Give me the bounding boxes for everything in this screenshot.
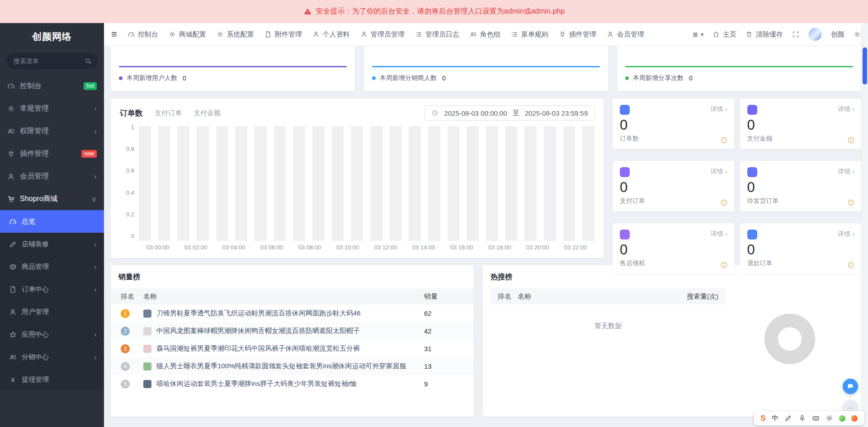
legend-value: 0 xyxy=(442,75,446,82)
ime-language-toggle[interactable]: 中 xyxy=(772,414,778,422)
product-name-link[interactable]: 森马国潮短裤男夏季潮印花大码中国风裤子休闲嘻哈潮流宽松五分裤 xyxy=(156,344,360,353)
ime-keyboard-icon[interactable] xyxy=(812,414,820,422)
nav-item-attachments[interactable]: 附件管理 xyxy=(264,30,302,39)
user-settings-button[interactable] xyxy=(854,31,861,38)
home-label: 主页 xyxy=(723,30,736,39)
username-label[interactable]: 创颜 xyxy=(831,30,844,39)
hot-search-chart-area xyxy=(726,288,854,417)
product-name-link[interactable]: 嘻哈休闲运动套装男士夏季潮牌ins胖子大码青少年男装短裤短袖t恤 xyxy=(156,380,357,388)
sidebar-subitem-users[interactable]: 用户管理 xyxy=(0,300,104,323)
nav-item-admin-logs[interactable]: 管理员日志 xyxy=(415,30,459,39)
aftersale-icon xyxy=(620,230,630,239)
rank-medal-icon: 2 xyxy=(121,327,130,336)
page-scrollbar-thumb[interactable] xyxy=(863,47,867,84)
ime-logo-icon[interactable]: S xyxy=(761,414,766,423)
sidebar-item-members[interactable]: 会员管理 ‹ xyxy=(0,165,104,188)
info-icon[interactable] xyxy=(720,261,728,269)
admin-user-icon xyxy=(360,31,368,38)
nav-item-console[interactable]: 控制台 xyxy=(127,30,158,39)
product-name-link[interactable]: 中国风龙图案棒球帽男潮牌休闲鸭舌帽女潮流百搭防晒遮阳太阳帽子 xyxy=(156,327,360,335)
fullscreen-button[interactable] xyxy=(792,31,799,38)
user-avatar[interactable] xyxy=(808,28,822,41)
sidebar-subitem-goods[interactable]: 商品管理 ‹ xyxy=(0,255,104,278)
info-icon[interactable] xyxy=(720,136,728,144)
chat-assistant-button[interactable] xyxy=(843,379,858,394)
chart-bar xyxy=(197,126,209,241)
hot-search-card: 热搜榜 排名 名称 搜索量(次) 暂无数据 xyxy=(483,265,861,417)
sidebar-item-label: 应用中心 xyxy=(22,330,89,339)
pen-icon xyxy=(9,240,17,248)
ime-settings-icon[interactable] xyxy=(826,414,833,422)
nav-item-system-config[interactable]: 系统配置 xyxy=(217,30,254,39)
product-name-link[interactable]: 猫人男士睡衣男夏季100%纯棉薄款圆领套头短袖套装男ins潮休闲运动可外穿家居服 xyxy=(156,362,406,371)
chevron-left-icon: ‹ xyxy=(94,353,97,361)
sidebar-subitem-decoration[interactable]: 店铺装修 ‹ xyxy=(0,233,104,255)
sales-value: 62 xyxy=(424,310,474,317)
sidebar-item-console[interactable]: 控制台 hot xyxy=(0,75,104,97)
file-icon xyxy=(9,286,17,293)
ime-mic-icon[interactable] xyxy=(798,414,806,422)
product-name-link[interactable]: 刀锋男鞋夏季透气防臭飞织运动鞋男潮流百搭休闲网面跑步鞋大码46 xyxy=(156,309,361,318)
gauge-icon xyxy=(7,82,15,90)
menu-search-input[interactable] xyxy=(6,53,98,69)
nav-item-menu-rules[interactable]: 菜单规则 xyxy=(511,30,548,39)
stat-card-order-count: 详情› 0 订单数 xyxy=(613,99,734,149)
nav-item-members[interactable]: 会员管理 xyxy=(607,30,644,39)
sidebar-subitem-apps[interactable]: 应用中心 ‹ xyxy=(0,323,104,346)
sidebar-item-addons[interactable]: 插件管理 new xyxy=(0,142,104,165)
nav-item-plugins[interactable]: 插件管理 xyxy=(559,30,596,39)
ime-emoji-icon[interactable] xyxy=(839,415,845,422)
date-separator: 至 xyxy=(513,109,519,117)
info-icon[interactable] xyxy=(720,199,728,206)
nav-item-admins[interactable]: 管理员管理 xyxy=(360,30,405,39)
sidebar-item-auth[interactable]: 权限管理 ‹ xyxy=(0,120,104,142)
chevron-down-icon: ∨ xyxy=(91,195,97,203)
ime-pen-icon[interactable] xyxy=(784,414,792,422)
detail-link[interactable]: 详情› xyxy=(838,230,854,238)
clear-cache-button[interactable]: 清除缓存 xyxy=(745,30,783,39)
chevron-left-icon: ‹ xyxy=(94,263,97,271)
sidebar-toggle-button[interactable]: ≡ xyxy=(111,29,117,39)
shortcut-menu-dropdown[interactable]: ≡ ▾ xyxy=(693,30,703,39)
top-navbar: ≡ 控制台 商城配置 系统配置 附件管理 xyxy=(104,23,868,46)
x-tick-label: 03 18:00 xyxy=(481,244,519,251)
chart-bar xyxy=(390,126,402,241)
sidebar-subitem-withdraw[interactable]: ¥ 提现管理 xyxy=(0,368,104,391)
nav-item-profile[interactable]: 个人资料 xyxy=(312,30,350,39)
home-link[interactable]: 主页 xyxy=(712,30,736,39)
detail-link[interactable]: 详情› xyxy=(838,105,854,113)
sidebar-subitem-overview[interactable]: 总览 xyxy=(0,210,104,233)
tab-order-count[interactable]: 订单数 xyxy=(120,108,143,118)
detail-link[interactable]: 详情› xyxy=(838,168,854,176)
new-badge: new xyxy=(81,150,97,158)
shopro-submenu: 总览 店铺装修 ‹ 商品管理 ‹ 订单中心 ‹ xyxy=(0,210,104,391)
tab-paid-orders[interactable]: 支付订单 xyxy=(155,109,182,117)
chevron-left-icon: ‹ xyxy=(94,173,97,180)
date-start: 2025-08-03 00:00:00 xyxy=(444,109,507,117)
cart-icon xyxy=(7,195,15,203)
date-range-picker[interactable]: 2025-08-03 00:00:00 至 2025-08-03 23:59:5… xyxy=(425,105,594,121)
nav-item-role-groups[interactable]: 角色组 xyxy=(470,30,500,39)
search-icon xyxy=(85,57,92,65)
detail-link[interactable]: 详情› xyxy=(711,168,727,176)
detail-link[interactable]: 详情› xyxy=(711,105,727,113)
gauge-icon xyxy=(127,31,135,38)
stat-label: 待发货订单 xyxy=(747,197,854,205)
sidebar-item-general[interactable]: 常规管理 ‹ xyxy=(0,97,104,120)
empty-donut-chart xyxy=(764,314,815,364)
ime-skin-icon[interactable] xyxy=(851,415,858,422)
page-scrollbar-track[interactable] xyxy=(861,23,868,427)
sidebar-item-shopro[interactable]: Shopro商城 ∨ xyxy=(0,188,104,210)
sidebar-subitem-orders[interactable]: 订单中心 ‹ xyxy=(0,278,104,300)
x-tick-label: 03 14:00 xyxy=(405,244,443,251)
chart-bar xyxy=(235,126,247,241)
info-icon[interactable] xyxy=(847,136,855,144)
detail-link[interactable]: 详情› xyxy=(711,230,727,238)
info-icon[interactable] xyxy=(847,199,855,206)
info-icon[interactable] xyxy=(847,261,855,269)
sidebar-subitem-distribution[interactable]: 分销中心 ‹ xyxy=(0,346,104,368)
tab-paid-amount[interactable]: 支付金额 xyxy=(193,109,221,117)
nav-item-shop-config[interactable]: 商城配置 xyxy=(169,30,206,39)
nav-label: 系统配置 xyxy=(227,30,254,39)
chart-bar xyxy=(428,126,440,241)
